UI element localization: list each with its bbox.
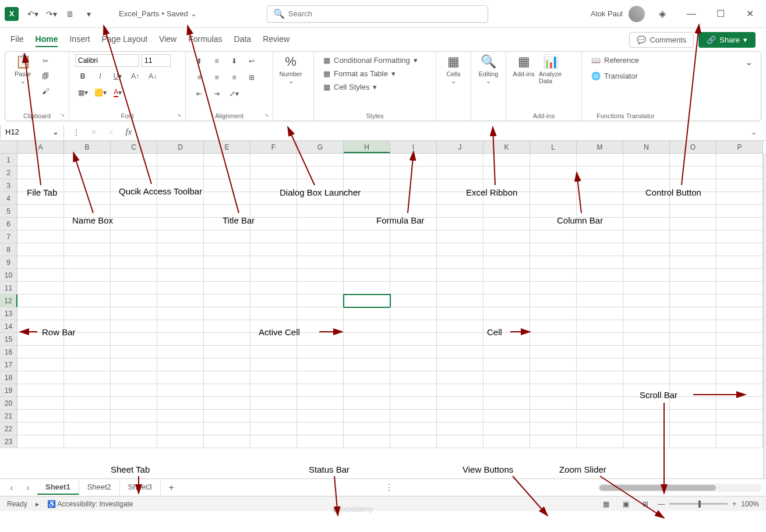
align-left[interactable]: ≡ bbox=[192, 70, 207, 84]
cell[interactable] bbox=[17, 333, 64, 346]
cell[interactable] bbox=[157, 218, 204, 230]
cell[interactable] bbox=[250, 384, 297, 397]
cell[interactable] bbox=[344, 192, 390, 205]
cell[interactable] bbox=[670, 371, 716, 384]
cell[interactable] bbox=[64, 243, 111, 256]
cell[interactable] bbox=[716, 179, 763, 192]
macro-icon[interactable]: ▸ bbox=[36, 500, 39, 508]
cell[interactable] bbox=[483, 410, 530, 423]
cell[interactable] bbox=[623, 256, 670, 269]
cell[interactable] bbox=[64, 423, 111, 435]
cell[interactable] bbox=[17, 166, 64, 179]
cell[interactable] bbox=[530, 218, 577, 230]
cell[interactable] bbox=[204, 154, 250, 166]
cell[interactable] bbox=[670, 320, 716, 333]
cell[interactable] bbox=[390, 256, 437, 269]
cell[interactable] bbox=[390, 371, 437, 384]
row-header[interactable]: 13 bbox=[0, 307, 17, 320]
cell[interactable] bbox=[577, 282, 623, 295]
sheet-tab[interactable]: Sheet1 bbox=[37, 480, 79, 495]
cell[interactable] bbox=[344, 218, 390, 230]
cell[interactable] bbox=[17, 371, 64, 384]
cell[interactable] bbox=[111, 269, 157, 282]
cell[interactable] bbox=[530, 397, 577, 410]
zoom-in-button[interactable]: + bbox=[732, 500, 736, 508]
tab-home[interactable]: Home bbox=[36, 32, 58, 47]
column-header[interactable]: N bbox=[623, 141, 670, 153]
cell[interactable] bbox=[577, 359, 623, 371]
cell[interactable] bbox=[577, 179, 623, 192]
cell[interactable] bbox=[623, 423, 670, 435]
cell[interactable] bbox=[297, 423, 344, 435]
cell[interactable] bbox=[17, 269, 64, 282]
cancel-formula[interactable]: ✕ bbox=[86, 125, 101, 139]
cell[interactable] bbox=[437, 295, 483, 307]
cell[interactable] bbox=[623, 192, 670, 205]
cell[interactable] bbox=[670, 346, 716, 359]
cell[interactable] bbox=[530, 243, 577, 256]
cell[interactable] bbox=[670, 435, 716, 448]
cell[interactable] bbox=[204, 230, 250, 243]
cell[interactable] bbox=[297, 371, 344, 384]
cell[interactable] bbox=[250, 256, 297, 269]
row-header[interactable]: 8 bbox=[0, 243, 17, 256]
cell[interactable] bbox=[577, 423, 623, 435]
tab-formulas[interactable]: Formulas bbox=[188, 32, 222, 47]
analyze-data-button[interactable]: 📊Analyze Data bbox=[539, 54, 562, 84]
cell[interactable] bbox=[17, 423, 64, 435]
cell[interactable] bbox=[157, 320, 204, 333]
cell[interactable] bbox=[437, 320, 483, 333]
cell[interactable] bbox=[530, 320, 577, 333]
cell[interactable] bbox=[157, 359, 204, 371]
cell[interactable] bbox=[204, 333, 250, 346]
cell[interactable] bbox=[64, 384, 111, 397]
row-header[interactable]: 6 bbox=[0, 218, 17, 230]
cell[interactable] bbox=[577, 154, 623, 166]
cell[interactable] bbox=[437, 359, 483, 371]
cell[interactable] bbox=[344, 397, 390, 410]
row-header[interactable]: 2 bbox=[0, 166, 17, 179]
cell[interactable] bbox=[716, 384, 763, 397]
avatar[interactable] bbox=[629, 6, 645, 22]
cell[interactable] bbox=[623, 307, 670, 320]
merge-button[interactable]: ⊞ bbox=[244, 70, 259, 84]
row-header[interactable]: 19 bbox=[0, 384, 17, 397]
cell[interactable] bbox=[157, 154, 204, 166]
cell[interactable] bbox=[390, 320, 437, 333]
cell[interactable] bbox=[157, 410, 204, 423]
cell[interactable] bbox=[204, 435, 250, 448]
cell[interactable] bbox=[204, 371, 250, 384]
cell[interactable] bbox=[64, 205, 111, 218]
cell[interactable] bbox=[483, 320, 530, 333]
cell[interactable] bbox=[297, 192, 344, 205]
cell[interactable] bbox=[530, 256, 577, 269]
cell[interactable] bbox=[344, 166, 390, 179]
select-all-corner[interactable] bbox=[0, 141, 17, 154]
cell[interactable] bbox=[530, 205, 577, 218]
cell[interactable] bbox=[111, 423, 157, 435]
bold-button[interactable]: B bbox=[75, 69, 90, 83]
cell[interactable] bbox=[111, 166, 157, 179]
format-painter-button[interactable]: 🖌 bbox=[38, 84, 53, 98]
row-header[interactable]: 18 bbox=[0, 371, 17, 384]
cell[interactable] bbox=[250, 397, 297, 410]
cell[interactable] bbox=[344, 269, 390, 282]
row-header[interactable]: 11 bbox=[0, 282, 17, 295]
cell[interactable] bbox=[670, 243, 716, 256]
column-header[interactable]: P bbox=[716, 141, 763, 153]
cell[interactable] bbox=[716, 243, 763, 256]
cell[interactable] bbox=[344, 205, 390, 218]
cell[interactable] bbox=[64, 333, 111, 346]
cell[interactable] bbox=[623, 346, 670, 359]
cell[interactable] bbox=[157, 397, 204, 410]
cell[interactable] bbox=[64, 256, 111, 269]
cell[interactable] bbox=[17, 435, 64, 448]
cell[interactable] bbox=[670, 192, 716, 205]
cell[interactable] bbox=[390, 218, 437, 230]
cell[interactable] bbox=[111, 205, 157, 218]
cell[interactable] bbox=[623, 384, 670, 397]
cell[interactable] bbox=[111, 154, 157, 166]
cell[interactable] bbox=[390, 282, 437, 295]
cell[interactable] bbox=[483, 397, 530, 410]
cell[interactable] bbox=[483, 256, 530, 269]
